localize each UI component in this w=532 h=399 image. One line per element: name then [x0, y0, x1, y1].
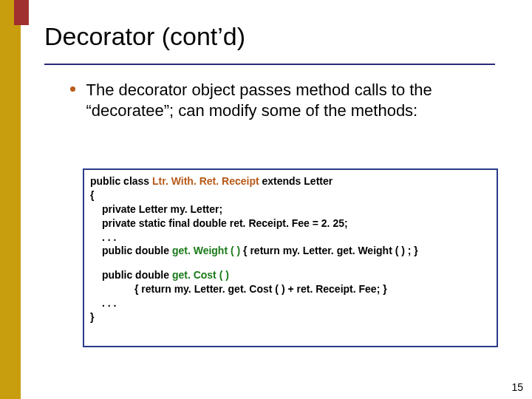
code-text: { return my. Letter. get. Weight ( ) ; }	[240, 245, 418, 256]
class-name: Ltr. With. Ret. Receipt	[152, 175, 259, 187]
bullet-item: The decorator object passes method calls…	[70, 80, 495, 120]
code-text: public double	[102, 269, 172, 281]
code-box: public class Ltr. With. Ret. Receipt ext…	[83, 168, 498, 347]
slide: Decorator (cont’d) The decorator object …	[0, 0, 532, 399]
accent-bar-left	[0, 0, 21, 399]
code-text: public double	[102, 245, 172, 256]
code-line-8: { return my. Letter. get. Cost ( ) + ret…	[90, 282, 491, 296]
code-line-7: public double get. Cost ( )	[90, 268, 491, 282]
code-line-3: private Letter my. Letter;	[90, 202, 491, 216]
code-line-9: . . .	[90, 296, 491, 310]
code-line-6: public double get. Weight ( ) { return m…	[90, 244, 491, 258]
method-getcost: get. Cost ( )	[172, 269, 229, 281]
accent-bar-top	[14, 0, 29, 25]
title-underline	[44, 64, 495, 65]
page-number: 15	[511, 381, 523, 393]
code-line-2: {	[90, 188, 491, 202]
bullet-dot-icon	[70, 86, 75, 92]
code-line-4: private static final double ret. Receipt…	[90, 216, 491, 231]
code-text: public class	[90, 175, 152, 187]
code-line-5: . . .	[90, 231, 491, 245]
slide-title: Decorator (cont’d)	[44, 22, 245, 51]
method-getweight: get. Weight ( )	[172, 245, 240, 256]
code-line-1: public class Ltr. With. Ret. Receipt ext…	[90, 174, 491, 188]
blank-line	[90, 258, 491, 268]
bullet-text: The decorator object passes method calls…	[86, 80, 485, 120]
code-text: extends Letter	[259, 175, 333, 187]
code-line-10: }	[90, 310, 491, 324]
